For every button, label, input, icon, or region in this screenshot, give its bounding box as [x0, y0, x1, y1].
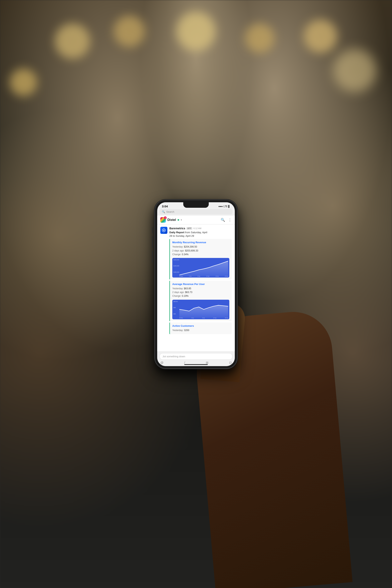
- mrr-y-label-3: $180,000: [174, 272, 179, 273]
- notification-badge: 3: [164, 216, 166, 219]
- mrr-yesterday-label: Yesterday:: [172, 246, 183, 248]
- status-icons: ●●● LTE ▌: [218, 205, 230, 208]
- arpu-x-label-2: 4 Apr: [191, 317, 194, 318]
- bokeh-light-1: [55, 24, 90, 59]
- mrr-chart: $200,000 $190,000 $180,000: [172, 258, 229, 278]
- message-meta: Baremetrics APP 6:12 AM: [169, 227, 232, 230]
- mrr-yesterday-value: $204,306.50: [184, 246, 197, 248]
- arpu-chart: $65.50 $65 $63: [172, 300, 229, 319]
- phone-screen: 3:04 ●●● LTE ▌ 🔍 Search 3: [157, 202, 235, 366]
- messages-area: Baremetrics APP 6:12 AM Daily Report fro…: [157, 224, 235, 352]
- active-customers-card: Active Customers Yesterday: 3200: [169, 322, 232, 334]
- active-customers-yesterday-value: 3200: [184, 329, 189, 332]
- channel-info: 3 Distel ▾: [160, 217, 182, 223]
- mrr-x-label-5: 19 Apr: [216, 276, 219, 277]
- message-time: 6:12 AM: [194, 227, 201, 230]
- active-customers-stats: Yesterday: 3200: [172, 328, 229, 332]
- arpu-x-labels: 30 Mar 4 Apr 9 Apr 14 Apr 19 Apr: [179, 317, 228, 318]
- arpu-y-labels: $65.50 $65 $63: [174, 301, 178, 314]
- arpu-x-label-3: 9 Apr: [202, 317, 205, 318]
- search-placeholder: Search: [166, 210, 174, 213]
- header-icons: 🔍 ⋮: [221, 218, 232, 222]
- mrr-y-label-1: $200,000: [174, 259, 179, 260]
- bokeh-light-4: [245, 24, 274, 53]
- arpu-twodays-value: $63.73: [185, 291, 192, 294]
- arpu-twodays-label: 2 days ago:: [172, 291, 184, 294]
- network-type: LTE: [224, 205, 228, 208]
- input-placeholder: Jot something down: [162, 355, 185, 358]
- message-body: Baremetrics APP 6:12 AM Daily Report fro…: [169, 227, 232, 334]
- arpu-stats: Yesterday: $63.85 2 days ago: $63.73 Cha…: [172, 287, 229, 298]
- phone-wrapper: 3:04 ●●● LTE ▌ 🔍 Search 3: [155, 200, 237, 368]
- date-to: 28 to Sunday, April 29: [169, 234, 194, 237]
- volume-down-button: [152, 251, 153, 263]
- arpu-x-label-5: 19 Apr: [225, 317, 228, 318]
- daily-report-label: Daily Report: [169, 231, 184, 234]
- arpu-card: Average Revenue Per User Yesterday: $63.…: [169, 281, 232, 321]
- arpu-y-label-2: $65: [174, 307, 178, 308]
- phone-frame: 3:04 ●●● LTE ▌ 🔍 Search 3: [155, 200, 237, 368]
- arpu-chart-svg: [179, 301, 228, 318]
- mrr-chart-svg: [179, 259, 228, 276]
- mrr-change-label: Change:: [172, 253, 181, 256]
- arpu-change-value: 0.19%: [182, 294, 188, 297]
- mrr-x-label-2: 4 Apr: [189, 276, 192, 277]
- channel-name: Distel: [168, 218, 176, 222]
- online-indicator: [178, 219, 179, 221]
- mention-icon[interactable]: @: [160, 361, 164, 364]
- app-tag: APP: [186, 227, 192, 230]
- mrr-twodays-label: 2 days ago:: [172, 249, 184, 252]
- bot-avatar: [160, 227, 168, 234]
- mrr-y-label-2: $190,000: [174, 265, 179, 266]
- active-customers-yesterday-label: Yesterday:: [172, 329, 183, 332]
- mrr-y-labels: $200,000 $190,000 $180,000: [174, 259, 179, 273]
- mrr-x-labels: 30 Mar 4 Apr 9 Apr 14 Apr 19 Apr 24 Apr: [179, 276, 228, 277]
- battery-icon: ▌: [228, 205, 230, 208]
- message-input[interactable]: Jot something down: [160, 353, 232, 360]
- channel-dropdown-icon[interactable]: ▾: [181, 218, 182, 221]
- home-indicator: [184, 364, 208, 365]
- bot-name: Baremetrics: [169, 227, 185, 230]
- bokeh-light-7: [10, 68, 37, 96]
- silent-switch: [152, 227, 153, 233]
- arpu-x-label-4: 14 Apr: [213, 317, 216, 318]
- active-customers-title: Active Customers: [172, 324, 229, 327]
- bokeh-light-5: [304, 20, 337, 53]
- bokeh-light-6: [333, 49, 376, 92]
- date-from: from Saturday, April: [185, 231, 207, 234]
- mrr-change-value: 0.34%: [182, 253, 188, 256]
- arpu-change-label: Change:: [172, 294, 181, 297]
- baremetrics-message: Baremetrics APP 6:12 AM Daily Report fro…: [160, 227, 232, 334]
- bokeh-light-2: [114, 16, 145, 47]
- mrr-twodays-value: $203,606.33: [185, 249, 198, 252]
- mrr-x-label-6: 24 Apr: [225, 276, 228, 277]
- arpu-x-label-1: 30 Mar: [179, 317, 183, 318]
- mrr-x-label-1: 30 Mar: [179, 276, 183, 277]
- slash-command-icon[interactable]: /: [184, 361, 185, 364]
- arpu-yesterday-label: Yesterday:: [172, 287, 183, 290]
- arpu-yesterday-value: $63.85: [184, 287, 191, 290]
- bokeh-light-3: [176, 12, 216, 51]
- search-icon: 🔍: [162, 210, 165, 213]
- arpu-title: Average Revenue Per User: [172, 283, 229, 286]
- slack-header: 3 Distel ▾ 🔍 ⋮: [157, 216, 235, 224]
- phone-notch: [183, 202, 209, 208]
- search-bar[interactable]: 🔍 Search: [160, 209, 232, 214]
- search-header-icon[interactable]: 🔍: [221, 218, 225, 222]
- mrr-stats: Yesterday: $204,306.50 2 days ago: $203,…: [172, 245, 229, 256]
- signal-icon: ●●●: [218, 205, 223, 208]
- volume-up-button: [152, 236, 153, 248]
- mrr-x-label-3: 9 Apr: [198, 276, 200, 277]
- arpu-y-label-3: $63: [174, 313, 178, 314]
- status-time: 3:04: [162, 204, 168, 208]
- mrr-x-label-4: 14 Apr: [206, 276, 210, 277]
- mrr-title: Monthly Recurring Revenue: [172, 241, 229, 244]
- input-bar: Jot something down @ / ⊞ ⊡: [157, 352, 235, 366]
- mrr-card: Monthly Recurring Revenue Yesterday: $20…: [169, 239, 232, 280]
- more-options-icon[interactable]: ⋮: [228, 218, 232, 222]
- slack-logo-wrapper: 3: [160, 217, 166, 223]
- arpu-y-label-1: $65.50: [174, 301, 178, 302]
- message-text: Daily Report from Saturday, April 28 to …: [169, 231, 232, 238]
- camera-icon[interactable]: ⊡: [229, 361, 232, 364]
- power-button: [239, 239, 240, 257]
